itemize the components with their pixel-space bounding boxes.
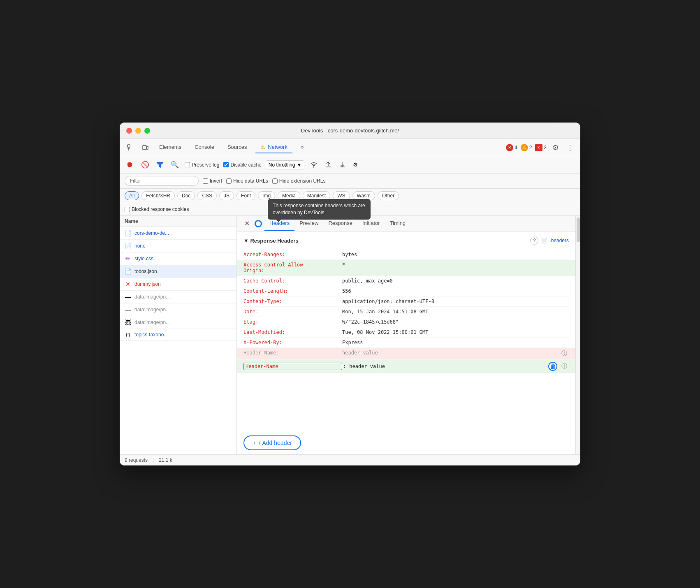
doc-icon: 📄 [125, 230, 131, 236]
transfer-size: 21.1 k [159, 457, 172, 463]
file-name: data:image/pn... [134, 307, 170, 313]
file-name: cors-demo-de... [134, 230, 169, 236]
minimize-control[interactable] [135, 128, 141, 134]
header-value: W/"22c-18457c15d68" [342, 319, 569, 325]
main-toolbar: Elements Console Sources ⚠ Network » ✕ 4… [120, 139, 580, 156]
filter-bar: Invert Hide data URLs Hide extension URL… [120, 174, 580, 189]
header-name: Access-Control-Allow-Origin: [243, 262, 342, 273]
header-row-editing: Header-Name : header value 🗑 ⓘ [237, 360, 575, 373]
throttling-select[interactable]: No throttling ▼ [266, 160, 305, 169]
filter-fetch-xhr[interactable]: Fetch/XHR [141, 191, 175, 200]
help-btn[interactable]: ? [530, 236, 538, 245]
header-row-cache-control: Cache-Control: public, max-age=0 [243, 276, 569, 286]
tab-elements[interactable]: Elements [154, 141, 186, 153]
upload-btn[interactable] [323, 160, 333, 170]
list-item[interactable]: ✏ style.css [120, 252, 236, 265]
header-value: * [342, 262, 569, 268]
header-row-content-length: Content-Length: 556 [243, 286, 569, 296]
svg-rect-0 [127, 145, 130, 147]
filter-font[interactable]: Font [236, 191, 255, 200]
filter-css[interactable]: CSS [197, 191, 217, 200]
filter-input[interactable] [125, 176, 199, 186]
list-item[interactable]: 🖼 data:image/pn... [120, 316, 236, 329]
filter-all[interactable]: All [125, 191, 139, 200]
detail-panel: ✕ Headers Preview Response Initiator Tim… [237, 216, 575, 454]
inspect-element-btn[interactable] [125, 143, 136, 153]
blocked-bar: Blocked response cookies This response c… [120, 203, 580, 216]
dash-icon: — [125, 294, 131, 300]
maximize-control[interactable] [144, 128, 150, 134]
json-obj-icon: {} [125, 332, 131, 338]
plus-icon: + [253, 440, 256, 446]
preserve-log-checkbox[interactable]: Preserve log [185, 162, 219, 168]
header-value-deleted: header value [342, 350, 560, 356]
error-badge-group: ✕ 4 [506, 144, 517, 151]
tab-more[interactable]: » [296, 141, 308, 153]
header-name: Etag: [243, 319, 342, 325]
add-header-section: + + Add header [237, 431, 575, 454]
stop-recording-btn[interactable]: ⏺ [125, 159, 135, 171]
list-item[interactable]: — data:image/pn... [120, 303, 236, 316]
download-btn[interactable] [337, 160, 347, 170]
filter-doc[interactable]: Doc [177, 191, 195, 200]
json-icon: 📄 [125, 268, 131, 275]
clear-btn[interactable]: 🚫 [139, 159, 151, 170]
settings-btn[interactable]: ⚙ [550, 142, 561, 153]
main-content: Name 📄 cors-demo-de... 📄 none ✏ style.cs… [120, 216, 580, 454]
section-actions: ? 📄 .headers [530, 236, 569, 245]
headers-file-btn[interactable]: 📄 .headers [542, 238, 569, 243]
header-name: Accept-Ranges: [243, 252, 342, 257]
window-controls [126, 128, 150, 134]
status-bar: 9 requests | 21.1 k [120, 454, 580, 465]
add-header-btn[interactable]: + + Add header [243, 435, 301, 450]
tab-console[interactable]: Console [190, 141, 219, 153]
hide-data-urls-checkbox[interactable]: Hide data URLs [226, 178, 268, 184]
list-item[interactable]: {} topics-taxono... [120, 329, 236, 341]
image-icon: 🖼 [125, 319, 131, 326]
file-name: data:image/pn... [134, 319, 170, 325]
info-icon: ✕ [535, 144, 542, 151]
filter-js[interactable]: JS [219, 191, 234, 200]
scrollbar[interactable] [575, 216, 580, 454]
header-value: public, max-age=0 [342, 278, 569, 284]
svg-rect-4 [147, 146, 148, 149]
network-settings-btn[interactable]: ⚙ [351, 160, 359, 169]
blocked-cookies-checkbox[interactable]: Blocked response cookies [125, 206, 189, 212]
delete-header-btn[interactable]: 🗑 [548, 362, 557, 371]
close-control[interactable] [126, 128, 132, 134]
disable-cache-checkbox[interactable]: Disable cache [223, 162, 261, 168]
tab-network[interactable]: ⚠ Network [255, 141, 292, 153]
status-separator: | [153, 457, 154, 463]
close-detail-btn[interactable]: ✕ [242, 216, 252, 231]
list-item[interactable]: ✕ dummy.json [120, 278, 236, 291]
list-item-selected[interactable]: 📄 todos.json [120, 265, 236, 278]
device-mode-btn[interactable] [139, 143, 151, 153]
filter-toggle-btn[interactable] [155, 160, 165, 169]
svg-rect-3 [143, 146, 146, 150]
scrollbar-thumb[interactable] [577, 218, 580, 242]
header-info-btn-2[interactable]: ⓘ [560, 363, 569, 370]
file-name: dummy.json [134, 281, 161, 287]
info-count-text: 2 [544, 145, 547, 150]
warn-count-text: 2 [529, 145, 532, 150]
list-item[interactable]: 📄 none [120, 240, 236, 252]
header-name: Content-Length: [243, 288, 342, 294]
tab-timing[interactable]: Timing [385, 216, 411, 231]
wifi-btn[interactable] [308, 160, 319, 169]
filter-other[interactable]: Other [378, 191, 399, 200]
record-dot [255, 220, 262, 227]
list-item[interactable]: — data:image/pn... [120, 291, 236, 303]
header-name: X-Powered-By: [243, 340, 342, 345]
error-icon: ✕ [125, 281, 131, 287]
list-item[interactable]: 📄 cors-demo-de... [120, 227, 236, 240]
warn-badge-group: ⚠ 2 [521, 144, 532, 151]
invert-checkbox[interactable]: Invert [203, 178, 222, 184]
header-name: Content-Type: [243, 299, 342, 304]
tab-sources[interactable]: Sources [223, 141, 252, 153]
header-info-btn[interactable]: ⓘ [560, 350, 569, 357]
header-row-x-powered-by: X-Powered-By: Express [243, 338, 569, 348]
section-title: ▼ Response Headers [243, 238, 299, 244]
search-toggle-btn[interactable]: 🔍 [169, 159, 181, 170]
more-options-btn[interactable]: ⋮ [565, 142, 575, 153]
hide-extension-checkbox[interactable]: Hide extension URLs [272, 178, 326, 184]
